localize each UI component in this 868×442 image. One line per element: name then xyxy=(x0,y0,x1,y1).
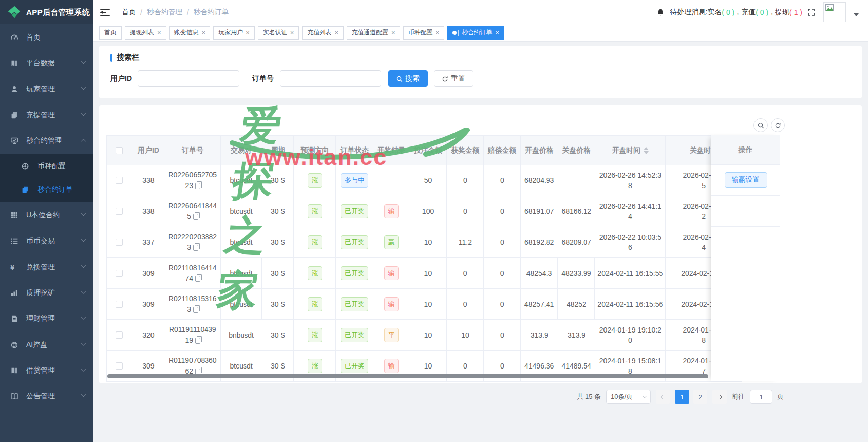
avatar[interactable] xyxy=(823,2,846,22)
action-cell xyxy=(711,288,780,319)
close-icon[interactable]: × xyxy=(290,29,294,36)
close-icon[interactable]: × xyxy=(157,29,161,36)
breadcrumb-home[interactable]: 首页 xyxy=(122,8,136,17)
sidebar-item-seconds-contract[interactable]: 秒合约管理 xyxy=(0,128,93,154)
column-header-label: 开盘时间 xyxy=(612,146,640,155)
close-icon[interactable]: × xyxy=(334,29,338,36)
cell-period: 30 S xyxy=(262,165,294,196)
tab-balance-log[interactable]: 账变信息× xyxy=(169,26,211,40)
tab-recharge-list[interactable]: 充值列表× xyxy=(302,26,344,40)
pagination-page-1[interactable]: 1 xyxy=(675,390,689,404)
sidebar-item-home[interactable]: 首页 xyxy=(0,24,93,50)
cell-open-price: 68204.93 xyxy=(521,165,558,196)
cell-win: 11.2 xyxy=(447,227,484,257)
menu-fold-icon[interactable] xyxy=(100,9,110,16)
sidebar-item-finance[interactable]: 理财管理 xyxy=(0,306,93,332)
cell-bet: 10 xyxy=(409,320,447,350)
tab-seconds-order[interactable]: 秒合约订单× xyxy=(447,26,504,40)
order-no-input[interactable] xyxy=(280,70,381,87)
bell-icon[interactable] xyxy=(656,8,665,17)
chevron-down-icon xyxy=(81,237,86,242)
row-checkbox[interactable] xyxy=(116,239,123,246)
sidebar-item-label: 充提管理 xyxy=(26,110,55,120)
close-icon[interactable]: × xyxy=(495,29,499,36)
column-header-action: 操作 xyxy=(711,135,780,165)
time-line: 2024-02-11 16:15:56 xyxy=(597,299,663,309)
close-icon[interactable]: × xyxy=(246,29,250,36)
predict-tag: 涨 xyxy=(308,204,322,218)
close-icon[interactable]: × xyxy=(391,29,395,36)
sidebar-item-player-management[interactable]: 玩家管理 xyxy=(0,76,93,102)
goto-page-input[interactable] xyxy=(750,390,772,404)
copy-icon[interactable] xyxy=(195,276,200,282)
horizontal-scrollbar[interactable] xyxy=(107,374,708,378)
data-icon xyxy=(10,59,20,67)
cell-close-price: 48252 xyxy=(558,289,595,319)
time-line: 2 xyxy=(702,211,706,222)
sidebar-item-coin-config[interactable]: 币种配置 xyxy=(0,155,93,178)
pagination-prev-button[interactable] xyxy=(656,390,670,404)
breadcrumb-seconds-contract[interactable]: 秒合约管理 xyxy=(147,8,182,17)
pagination-page-2[interactable]: 2 xyxy=(693,390,707,404)
status-tag: 已开奖 xyxy=(341,266,368,280)
action-fixed-column: 操作输赢设置 xyxy=(711,135,780,381)
row-checkbox[interactable] xyxy=(116,301,123,308)
tab-kyc[interactable]: 实名认证× xyxy=(258,26,299,40)
copy-icon[interactable] xyxy=(195,183,200,189)
search-form: 用户ID 订单号 搜索 重置 xyxy=(110,70,851,87)
table-search-button[interactable] xyxy=(753,118,768,132)
pagination-next-button[interactable] xyxy=(712,390,727,404)
sidebar-item-platform-data[interactable]: 平台数据 xyxy=(0,50,93,76)
close-icon[interactable]: × xyxy=(436,29,440,36)
tab-label: 充值通道配置 xyxy=(352,28,388,37)
row-checkbox[interactable] xyxy=(116,177,123,184)
row-checkbox[interactable] xyxy=(116,362,123,370)
sidebar-item-coin-trade[interactable]: 币币交易 xyxy=(0,228,93,254)
sidebar-item-staking[interactable]: 质押挖矿 xyxy=(0,280,93,306)
cell-predict: 涨 xyxy=(294,165,336,196)
sidebar-item-seconds-contract-order[interactable]: 秒合约订单 xyxy=(0,178,93,201)
sidebar-item-label: 币币交易 xyxy=(26,237,55,246)
tab-home[interactable]: 首页 xyxy=(99,26,122,40)
cell-open-time: 2026-02-26 14:41:14 xyxy=(595,196,666,227)
chevron-up-icon xyxy=(81,139,86,144)
predict-tag: 涨 xyxy=(308,359,322,373)
row-checkbox[interactable] xyxy=(116,332,123,339)
win-lose-setting-button[interactable]: 输赢设置 xyxy=(725,172,767,188)
tab-players[interactable]: 玩家用户× xyxy=(213,26,255,40)
table-refresh-button[interactable] xyxy=(771,118,785,132)
copy-icon[interactable] xyxy=(193,214,198,220)
close-icon[interactable]: × xyxy=(202,29,206,36)
avatar-dropdown-icon[interactable] xyxy=(854,13,859,16)
tab-withdraw-list[interactable]: 提现列表× xyxy=(125,26,166,40)
sidebar-item-announcement[interactable]: 公告管理 xyxy=(0,383,93,409)
page-size-select[interactable]: 10条/页 xyxy=(606,390,651,404)
sidebar-item-lending[interactable]: 借贷管理 xyxy=(0,357,93,383)
cell-period: 30 S xyxy=(262,227,294,257)
sidebar-item-u-contract[interactable]: U本位合约 xyxy=(0,202,93,228)
copy-icon[interactable] xyxy=(193,307,198,313)
sidebar-item-exchange[interactable]: ¥兑换管理 xyxy=(0,254,93,280)
tab-label: 充值列表 xyxy=(307,28,331,37)
select-all-checkbox[interactable] xyxy=(116,147,123,154)
tab-recharge-channel[interactable]: 充值通道配置× xyxy=(347,26,400,40)
sort-icon[interactable] xyxy=(644,147,649,154)
book-icon xyxy=(10,392,20,400)
row-checkbox[interactable] xyxy=(116,208,123,215)
predict-tag: 涨 xyxy=(308,235,322,249)
copy-icon[interactable] xyxy=(193,245,198,251)
fullscreen-icon[interactable] xyxy=(807,8,815,16)
row-checkbox[interactable] xyxy=(116,270,123,277)
goto-label: 前往 xyxy=(732,392,745,401)
action-cell: 输赢设置 xyxy=(711,165,780,196)
cell-compensation: 0 xyxy=(484,320,521,350)
user-id-input[interactable] xyxy=(138,70,239,87)
copy-icon[interactable] xyxy=(195,338,200,344)
cell-open-time: 2024-02-11 16:15:55 xyxy=(595,258,666,288)
reset-button[interactable]: 重置 xyxy=(434,70,473,87)
search-button[interactable]: 搜索 xyxy=(388,70,428,87)
tab-coin-config[interactable]: 币种配置× xyxy=(403,26,445,40)
cell-order-no: R021108153163 xyxy=(165,289,221,319)
sidebar-item-ai-control[interactable]: AI控盘 xyxy=(0,332,93,357)
sidebar-item-recharge-withdraw[interactable]: 充提管理 xyxy=(0,102,93,128)
